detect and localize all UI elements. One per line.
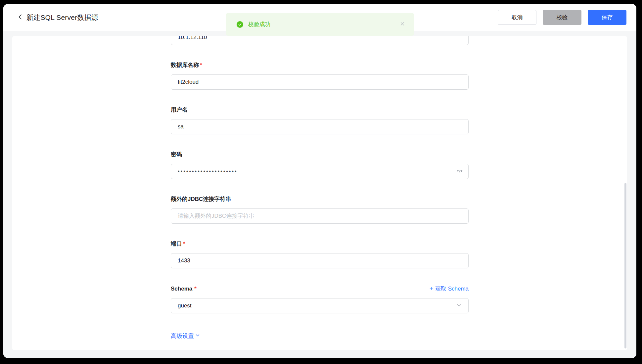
port-label: 端口* <box>171 240 469 248</box>
page-title: 新建SQL Server数据源 <box>26 13 98 22</box>
port-input[interactable] <box>171 253 469 268</box>
back-button[interactable] <box>17 14 23 22</box>
port-field: 端口* <box>171 240 469 268</box>
chevron-down-icon <box>457 303 462 309</box>
schema-select[interactable]: guest <box>171 298 469 313</box>
schema-label: Schema* <box>171 285 197 293</box>
jdbc-field: 额外的JDBC连接字符串 <box>171 196 469 224</box>
header-actions: 取消 校验 保存 <box>498 10 626 25</box>
required-asterisk: * <box>200 62 202 69</box>
username-field: 用户名 <box>171 106 469 134</box>
password-field: 密码 <box>171 151 469 179</box>
plus-icon: + <box>430 286 433 292</box>
username-label: 用户名 <box>171 106 469 114</box>
toggle-password-visibility-button[interactable] <box>456 167 463 176</box>
cancel-button[interactable]: 取消 <box>498 10 536 25</box>
advanced-settings-link[interactable]: 高级设置 <box>171 332 200 340</box>
datasource-form: 数据库名称* 用户名 密码 <box>171 36 469 340</box>
password-input[interactable] <box>171 164 469 179</box>
close-icon <box>400 21 405 28</box>
scrollbar-thumb[interactable] <box>624 183 626 348</box>
jdbc-input[interactable] <box>171 208 469 224</box>
form-card: 数据库名称* 用户名 密码 <box>12 36 627 350</box>
eye-closed-icon <box>456 167 463 176</box>
fetch-schema-link[interactable]: + 获取 Schema <box>430 285 469 293</box>
check-circle-icon <box>237 21 243 28</box>
database-name-label: 数据库名称* <box>171 62 469 69</box>
host-input[interactable] <box>171 36 469 45</box>
host-field <box>171 36 469 45</box>
required-asterisk: * <box>194 285 197 293</box>
password-label: 密码 <box>171 151 469 158</box>
password-input-wrapper <box>171 164 469 179</box>
required-asterisk: * <box>183 240 185 248</box>
chevron-down-icon <box>195 333 200 340</box>
app-window: 新建SQL Server数据源 取消 校验 保存 校验成功 <box>3 4 636 358</box>
schema-select-value: guest <box>178 302 192 309</box>
save-button[interactable]: 保存 <box>588 10 626 25</box>
toast-close-button[interactable] <box>400 21 405 28</box>
chevron-left-icon <box>17 14 23 22</box>
jdbc-label: 额外的JDBC连接字符串 <box>171 196 469 203</box>
username-input[interactable] <box>171 119 469 134</box>
schema-field: Schema* + 获取 Schema guest <box>171 285 469 313</box>
toast-message: 校验成功 <box>248 21 271 28</box>
schema-label-row: Schema* + 获取 Schema <box>171 285 469 293</box>
content-area: 数据库名称* 用户名 密码 <box>3 31 636 358</box>
success-toast: 校验成功 <box>226 13 414 36</box>
database-name-input[interactable] <box>171 74 469 90</box>
validate-button[interactable]: 校验 <box>543 10 581 25</box>
database-name-field: 数据库名称* <box>171 62 469 90</box>
